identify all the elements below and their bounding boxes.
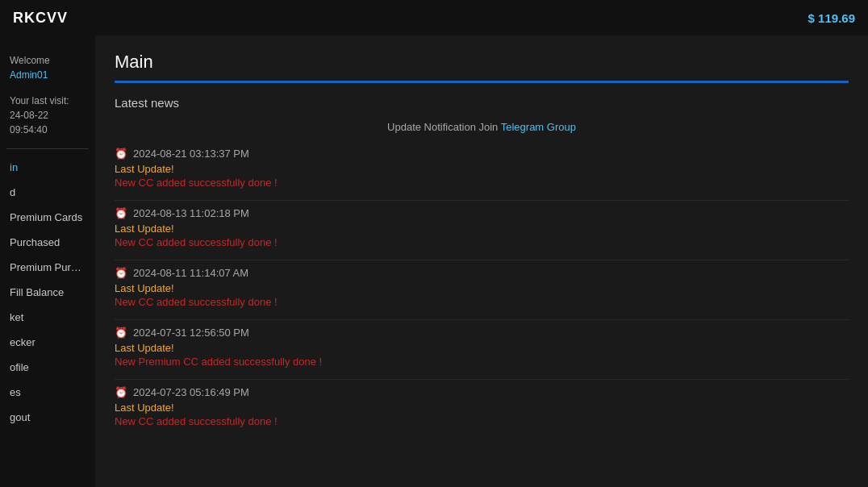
sidebar-item-profile[interactable]: ofile (0, 356, 95, 379)
sidebar-item-premium-purchased[interactable]: Premium Purchased (0, 256, 95, 279)
sidebar-item-card[interactable]: d (0, 181, 95, 204)
clock-icon: ⏰ (115, 207, 127, 219)
logo: RKCVV (13, 10, 68, 27)
telegram-link[interactable]: Telegram Group (501, 121, 576, 133)
sidebar-item-ticket[interactable]: ket (0, 306, 95, 329)
clock-icon: ⏰ (115, 267, 127, 279)
news-date-text: 2024-08-21 03:13:37 PM (133, 148, 249, 160)
news-description: New Premium CC added successfully done ! (115, 356, 849, 368)
news-date: ⏰ 2024-08-11 11:14:07 AM (115, 267, 849, 279)
news-description: New CC added successfully done ! (115, 236, 849, 248)
news-item: ⏰ 2024-07-31 12:56:50 PM Last Update! Ne… (115, 327, 849, 380)
news-description: New CC added successfully done ! (115, 296, 849, 308)
sidebar-item-files[interactable]: es (0, 381, 95, 404)
sidebar: Welcome Admin01 Your last visit: 24-08-2… (0, 35, 95, 487)
news-item: ⏰ 2024-08-11 11:14:07 AM Last Update! Ne… (115, 267, 849, 320)
sidebar-item-premium-cards[interactable]: Premium Cards (0, 206, 95, 229)
news-date: ⏰ 2024-07-31 12:56:50 PM (115, 327, 849, 339)
news-description: New CC added successfully done ! (115, 415, 849, 427)
news-item: ⏰ 2024-08-21 03:13:37 PM Last Update! Ne… (115, 148, 849, 201)
latest-news-heading: Latest news (115, 96, 849, 110)
sidebar-item-home[interactable]: in (0, 156, 95, 179)
topbar: RKCVV $ 119.69 (0, 0, 868, 35)
news-update-label: Last Update! (115, 282, 849, 294)
notification-text: Update Notification Join (387, 121, 501, 133)
layout: Welcome Admin01 Your last visit: 24-08-2… (0, 35, 868, 487)
clock-icon: ⏰ (115, 148, 127, 160)
news-item: ⏰ 2024-07-23 05:16:49 PM Last Update! Ne… (115, 386, 849, 439)
news-date: ⏰ 2024-08-21 03:13:37 PM (115, 148, 849, 160)
last-visit-info: Your last visit: 24-08-22 09:54:40 (0, 89, 95, 142)
welcome-prefix: Welcome (10, 55, 50, 66)
clock-icon: ⏰ (115, 327, 127, 339)
news-list: ⏰ 2024-08-21 03:13:37 PM Last Update! Ne… (115, 148, 849, 439)
notification-banner: Update Notification Join Telegram Group (115, 121, 849, 133)
news-date-text: 2024-08-11 11:14:07 AM (133, 267, 248, 279)
news-update-label: Last Update! (115, 342, 849, 354)
news-date: ⏰ 2024-08-13 11:02:18 PM (115, 207, 849, 219)
main-content: Main Latest news Update Notification Joi… (95, 35, 868, 487)
user-info: Welcome Admin01 (0, 48, 95, 87)
news-update-label: Last Update! (115, 223, 849, 235)
clock-icon: ⏰ (115, 386, 127, 398)
last-visit-time: 24-08-22 09:54:40 (10, 108, 86, 137)
username: Admin01 (10, 69, 48, 81)
sidebar-divider-1 (6, 148, 89, 149)
balance-display: $ 119.69 (808, 11, 855, 25)
news-update-label: Last Update! (115, 402, 849, 414)
news-date-text: 2024-07-31 12:56:50 PM (133, 327, 249, 339)
news-update-label: Last Update! (115, 163, 849, 175)
news-date-text: 2024-08-13 11:02:18 PM (133, 207, 249, 219)
news-date: ⏰ 2024-07-23 05:16:49 PM (115, 386, 849, 398)
news-description: New CC added successfully done ! (115, 177, 849, 189)
sidebar-item-fill-balance[interactable]: Fill Balance (0, 281, 95, 304)
blue-bar (115, 81, 849, 83)
news-date-text: 2024-07-23 05:16:49 PM (133, 386, 249, 398)
sidebar-item-checker[interactable]: ecker (0, 331, 95, 354)
last-visit-label: Your last visit: (10, 94, 86, 108)
sidebar-item-logout[interactable]: gout (0, 406, 95, 429)
news-item: ⏰ 2024-08-13 11:02:18 PM Last Update! Ne… (115, 207, 849, 260)
page-title: Main (115, 52, 849, 73)
sidebar-item-purchased[interactable]: Purchased (0, 231, 95, 254)
